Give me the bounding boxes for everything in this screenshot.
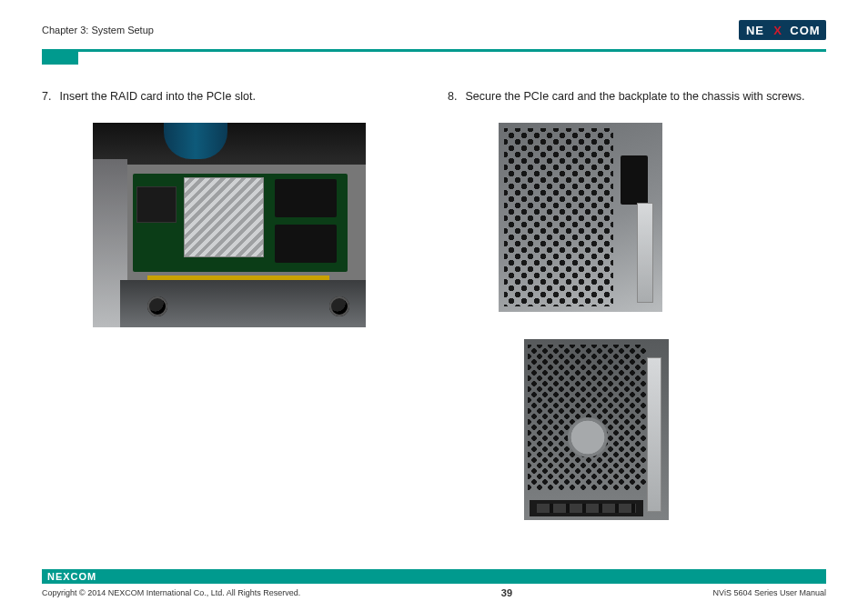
footer-row: Copyright © 2014 NEXCOM International Co… bbox=[42, 587, 826, 598]
chapter-label: Chapter 3: System Setup bbox=[42, 25, 154, 35]
step-7: 7. Insert the RAID card into the PCIe sl… bbox=[42, 90, 420, 103]
ph3-fan-hub bbox=[568, 417, 608, 457]
ph1-dark-interior bbox=[93, 123, 366, 165]
ph1-sas-ports bbox=[136, 186, 177, 223]
logo-segment-com: COM bbox=[784, 20, 826, 40]
left-column: 7. Insert the RAID card into the PCIe sl… bbox=[42, 90, 420, 520]
ph1-bottom-rail bbox=[120, 280, 366, 327]
ph1-chip-b bbox=[275, 225, 337, 263]
copyright-text: Copyright © 2014 NEXCOM International Co… bbox=[42, 588, 300, 597]
figure-backplate-top bbox=[499, 123, 662, 312]
manual-page: Chapter 3: System Setup NE X COM 7. Inse… bbox=[0, 0, 868, 611]
step-number: 7. bbox=[42, 90, 56, 103]
ph3-io-ports bbox=[530, 500, 643, 516]
ph1-chip-a bbox=[275, 179, 337, 217]
right-column: 8. Secure the PCIe card and the backplat… bbox=[448, 90, 826, 520]
step-8: 8. Secure the PCIe card and the backplat… bbox=[448, 90, 826, 103]
content-columns: 7. Insert the RAID card into the PCIe sl… bbox=[42, 90, 826, 520]
figure-backplate-bottom bbox=[524, 339, 669, 520]
brand-logo: NE X COM bbox=[739, 20, 826, 40]
step-number: 8. bbox=[448, 90, 462, 103]
logo-segment-x: X bbox=[772, 20, 784, 40]
ph2-backplate bbox=[637, 203, 653, 303]
ph3-backplate bbox=[647, 357, 661, 512]
ph2-vent-holes bbox=[504, 128, 613, 306]
step-text: Secure the PCIe card and the backplate t… bbox=[465, 90, 804, 103]
nexcom-logo-icon: NE X COM bbox=[739, 20, 826, 40]
footer-logo-text: NEXCOM bbox=[47, 571, 96, 582]
footer-ornament-icon bbox=[802, 569, 826, 584]
page-footer: NEXCOM Copyright © 2014 NEXCOM Internati… bbox=[42, 569, 826, 598]
ph2-card-opening bbox=[621, 155, 648, 205]
header-divider bbox=[42, 49, 826, 52]
manual-title: NViS 5604 Series User Manual bbox=[713, 588, 826, 597]
logo-segment-ne: NE bbox=[739, 20, 772, 40]
footer-bar: NEXCOM bbox=[42, 569, 826, 584]
figure-raid-card-inserted bbox=[93, 123, 366, 327]
step-text: Insert the RAID card into the PCIe slot. bbox=[59, 90, 255, 103]
ph1-heatsink bbox=[184, 177, 264, 257]
page-number: 39 bbox=[501, 587, 512, 598]
page-header: Chapter 3: System Setup NE X COM bbox=[42, 18, 826, 42]
header-tab-accent bbox=[42, 52, 78, 65]
